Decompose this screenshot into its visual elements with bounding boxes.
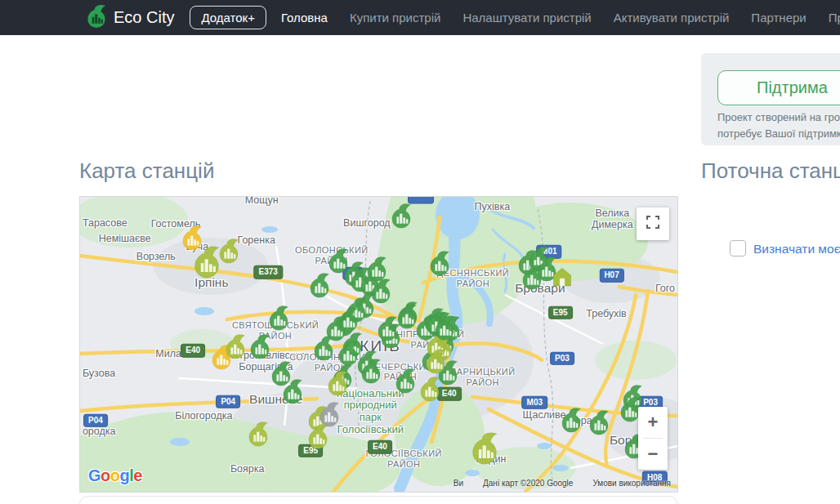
station-marker[interactable] [218, 239, 239, 265]
station-marker[interactable] [366, 256, 387, 283]
station-marker[interactable] [396, 304, 418, 330]
station-marker[interactable] [377, 316, 398, 342]
station-marker[interactable] [521, 265, 543, 291]
lower-card-edge [79, 496, 677, 504]
nav-link[interactable]: Налаштувати пристрій [462, 11, 591, 25]
geolocate-checkbox[interactable] [730, 240, 746, 256]
support-text-line2: потребує Вашої підтримк [717, 127, 840, 140]
google-logo-letter: G [88, 466, 101, 484]
google-logo-letter: g [120, 466, 130, 484]
map-attribution: Ви Дані карт ©2020 Google Умови використ… [454, 479, 671, 488]
station-marker[interactable] [425, 349, 446, 375]
app-plus-button[interactable]: Додаток+ [190, 6, 266, 29]
support-button[interactable]: Підтрима [717, 70, 840, 105]
zoom-out-button[interactable]: − [638, 439, 668, 470]
google-logo-letter: o [101, 466, 110, 484]
station-marker[interactable] [434, 315, 455, 341]
station-marker-house[interactable] [550, 265, 574, 290]
nav-link[interactable]: Партнери [751, 11, 806, 25]
station-marker[interactable] [360, 359, 382, 385]
brand[interactable]: Eco City [86, 4, 174, 32]
attribution-shortcut: Ви [454, 479, 463, 488]
map-markers [80, 197, 677, 492]
station-marker[interactable] [391, 203, 412, 230]
fullscreen-button[interactable] [637, 207, 669, 240]
station-marker[interactable] [225, 333, 246, 359]
station-marker[interactable] [282, 379, 303, 405]
eco-city-logo-icon [86, 4, 107, 32]
google-logo-letter: o [110, 466, 120, 484]
station-marker[interactable] [327, 371, 348, 397]
nav-link[interactable]: Про нас [829, 11, 840, 25]
station-marker[interactable] [193, 245, 221, 279]
geolocate-label[interactable]: Визначати моє [753, 242, 840, 256]
top-navigation: Eco City Додаток+ ГоловнаКупити пристрій… [0, 0, 840, 35]
station-marker[interactable] [429, 251, 450, 277]
google-logo[interactable]: Google [88, 466, 142, 485]
station-marker[interactable] [309, 273, 330, 299]
station-marker[interactable] [268, 306, 289, 332]
station-marker[interactable] [307, 424, 328, 450]
google-logo-letter: e [133, 466, 142, 484]
station-marker[interactable] [313, 336, 334, 362]
station-marker[interactable] [248, 421, 269, 448]
zoom-control: + − [638, 407, 668, 470]
map-data-credit[interactable]: Дані карт ©2020 Google [483, 479, 573, 488]
nav-links: ГоловнаКупити пристрійНалаштувати пристр… [281, 11, 840, 25]
zoom-in-button[interactable]: + [638, 407, 668, 438]
station-marker[interactable] [471, 432, 498, 466]
support-text-line1: Проект створений на гро [717, 111, 840, 123]
nav-link[interactable]: Купити пристрій [350, 11, 440, 25]
stations-map[interactable]: ТарасовеНемішаєвеГостомельБучаВорзельІрп… [79, 196, 678, 493]
support-card: Підтрима Проект створений на гро потребу… [701, 53, 840, 145]
brand-name: Eco City [114, 8, 174, 27]
nav-link[interactable]: Головна [281, 11, 328, 25]
station-marker[interactable] [588, 410, 610, 436]
fullscreen-icon [646, 216, 659, 232]
station-marker[interactable] [561, 408, 582, 434]
station-marker[interactable] [249, 333, 270, 359]
terms-link[interactable]: Умови використання [592, 479, 671, 488]
current-station-title: Поточна станці [701, 158, 840, 184]
eco-city-page: Eco City Додаток+ ГоловнаКупити пристрій… [0, 0, 840, 504]
nav-link[interactable]: Активувати пристрій [614, 11, 730, 25]
map-section-title: Карта станцій [79, 158, 214, 184]
station-marker[interactable] [395, 368, 416, 395]
